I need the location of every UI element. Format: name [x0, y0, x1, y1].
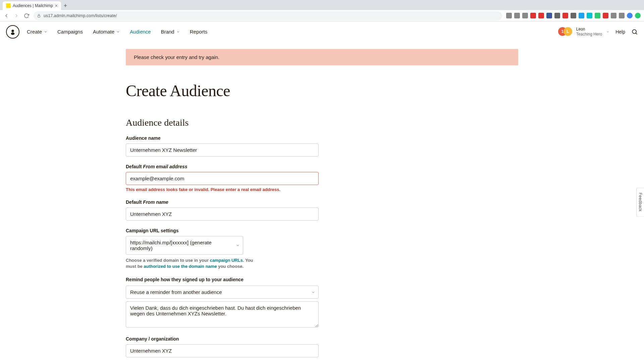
field-campaign-url: Campaign URL settings https://mailchi.mp…	[126, 228, 319, 269]
nav-label: Campaigns	[57, 29, 83, 35]
nav-audience[interactable]: Audience	[130, 29, 151, 35]
nav-label: Reports	[190, 29, 208, 35]
field-from-name: Default From name	[126, 199, 319, 221]
browser-tab[interactable]: Audiences | Mailchimp ×	[3, 1, 61, 10]
ext-icon[interactable]	[611, 13, 616, 18]
select-value: https://mailchi.mp/[xxxxxx] (generate ra…	[130, 240, 212, 251]
select-value: Reuse a reminder from another audience	[130, 289, 222, 295]
field-company: Company / organization	[126, 336, 319, 357]
label-campaign-url: Campaign URL settings	[126, 228, 319, 233]
svg-line-4	[636, 33, 637, 34]
ext-icon[interactable]	[538, 13, 544, 18]
user-menu[interactable]: 1 L Leon Teaching Hero	[558, 27, 609, 37]
extension-icons	[506, 13, 641, 18]
nav-create[interactable]: Create	[27, 29, 47, 35]
avatar: 1 L	[558, 27, 572, 37]
campaign-url-helper: Choose a verified domain to use in your …	[126, 257, 253, 269]
url-text: us17.admin.mailchimp.com/lists/create/	[44, 13, 117, 18]
nav-automate[interactable]: Automate	[93, 29, 120, 35]
chevron-down-icon	[606, 30, 609, 34]
ext-icon[interactable]	[530, 13, 536, 18]
from-email-input[interactable]	[126, 172, 319, 185]
nav-label: Create	[27, 29, 42, 35]
main-menu: Create Campaigns Automate Audience Brand…	[27, 29, 207, 35]
feedback-tab[interactable]: Feedback	[636, 188, 644, 217]
label-company: Company / organization	[126, 336, 319, 342]
error-alert: Please check your entry and try again.	[126, 49, 518, 65]
help-link[interactable]: Help	[615, 29, 625, 35]
form: Audience name Default From email address…	[126, 135, 319, 362]
ext-icon[interactable]	[595, 13, 600, 18]
svg-point-2	[11, 32, 15, 35]
helper-text: Choose a verified domain to use in your	[126, 258, 210, 263]
app-nav: Create Campaigns Automate Audience Brand…	[0, 21, 644, 42]
label-text: Default	[126, 199, 143, 205]
remind-select[interactable]: Reuse a reminder from another audience	[126, 286, 319, 299]
reload-button[interactable]	[23, 13, 30, 19]
alert-text: Please check your entry and try again.	[134, 54, 219, 60]
address-bar[interactable]: us17.admin.mailchimp.com/lists/create/	[34, 11, 502, 20]
forward-button[interactable]	[13, 13, 19, 19]
audience-name-input[interactable]	[126, 143, 319, 157]
section-title: Audience details	[126, 117, 518, 128]
tab-strip: Audiences | Mailchimp × +	[0, 0, 644, 10]
lock-icon	[37, 14, 41, 18]
helper-text: you choose.	[217, 264, 244, 269]
close-tab-icon[interactable]: ×	[55, 3, 58, 8]
chevron-down-icon	[116, 30, 120, 34]
ext-icon[interactable]	[554, 13, 560, 18]
label-from-name: Default From name	[126, 199, 319, 205]
company-input[interactable]	[126, 344, 319, 357]
ext-icon[interactable]	[514, 13, 520, 18]
svg-point-3	[632, 29, 636, 34]
field-remind: Remind people how they signed up to your…	[126, 277, 319, 329]
tab-title: Audiences | Mailchimp	[13, 3, 53, 8]
nav-label: Brand	[161, 29, 174, 35]
ext-icon[interactable]	[619, 13, 625, 18]
profile-icon[interactable]	[627, 13, 633, 18]
new-tab-button[interactable]: +	[61, 1, 70, 10]
user-text: Leon Teaching Hero	[576, 27, 602, 37]
mailchimp-logo[interactable]	[6, 25, 19, 39]
svg-point-1	[11, 29, 14, 32]
field-audience-name: Audience name	[126, 135, 319, 157]
ext-icon[interactable]	[587, 13, 592, 18]
from-name-input[interactable]	[126, 207, 319, 221]
remind-textarea[interactable]	[126, 301, 319, 327]
ext-icon[interactable]	[571, 13, 576, 18]
label-from-email: Default From email address	[126, 164, 319, 169]
label-remind: Remind people how they signed up to your…	[126, 277, 319, 282]
ext-icon[interactable]	[522, 13, 528, 18]
browser-toolbar: us17.admin.mailchimp.com/lists/create/	[0, 10, 644, 21]
ext-icon[interactable]	[506, 13, 512, 18]
campaign-url-select[interactable]: https://mailchi.mp/[xxxxxx] (generate ra…	[126, 236, 243, 255]
user-name: Leon	[576, 27, 602, 32]
campaign-urls-link[interactable]: campaign URLs	[210, 258, 243, 263]
nav-campaigns[interactable]: Campaigns	[57, 29, 83, 35]
favicon	[6, 3, 11, 8]
search-button[interactable]	[631, 28, 638, 35]
svg-rect-0	[38, 15, 40, 17]
nav-label: Audience	[130, 29, 151, 35]
field-from-email: Default From email address This email ad…	[126, 164, 319, 192]
ext-icon[interactable]	[546, 13, 552, 18]
page-title: Create Audience	[126, 81, 518, 100]
label-audience-name: Audience name	[126, 135, 319, 141]
label-italic: From email address	[143, 164, 187, 169]
authorized-domain-link[interactable]: authorized to use the domain name	[144, 264, 217, 269]
chevron-down-icon	[44, 30, 47, 34]
avatar-badge: L	[564, 27, 572, 36]
nav-brand[interactable]: Brand	[161, 29, 180, 35]
ext-icon[interactable]	[603, 13, 608, 18]
from-email-error: This email address looks fake or invalid…	[126, 187, 319, 192]
user-org: Teaching Hero	[576, 32, 602, 37]
nav-reports[interactable]: Reports	[190, 29, 208, 35]
nav-label: Automate	[93, 29, 114, 35]
ext-icon[interactable]	[635, 13, 641, 18]
back-button[interactable]	[3, 13, 9, 19]
label-italic: From name	[143, 199, 168, 205]
feedback-label: Feedback	[638, 193, 643, 212]
ext-icon[interactable]	[562, 13, 568, 18]
label-text: Default	[126, 164, 143, 169]
ext-icon[interactable]	[579, 13, 584, 18]
